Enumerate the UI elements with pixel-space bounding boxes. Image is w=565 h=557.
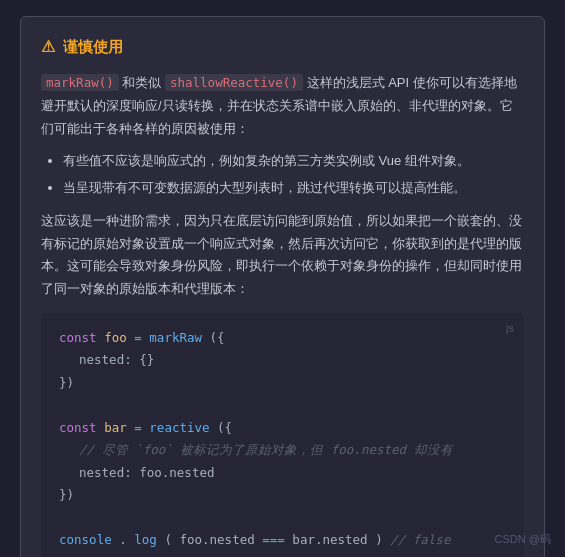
punct-dot: .: [119, 532, 127, 547]
main-container: ⚠ 谨慎使用 markRaw() 和类似 shallowReactive() 这…: [0, 0, 565, 557]
code-line-5: // 尽管 `foo` 被标记为了原始对象，但 foo.nested 却没有: [59, 439, 506, 462]
op-eq1: =: [134, 330, 142, 345]
warning-header: ⚠ 谨慎使用: [41, 33, 524, 60]
code-line-1: const foo = markRaw ({: [59, 327, 506, 350]
code-block: js const foo = markRaw ({ nested: {} }) …: [41, 313, 524, 557]
body-text: 这应该是一种进阶需求，因为只在底层访问能到原始值，所以如果把一个嵌套的、没有标记…: [41, 210, 524, 301]
nested-prop1: nested:: [79, 352, 139, 367]
code-lang: js: [506, 319, 514, 339]
punct-rparen: ): [375, 532, 383, 547]
code-line-4: const bar = reactive ({: [59, 417, 506, 440]
punct-close1: }): [59, 375, 74, 390]
func-console: console: [59, 532, 112, 547]
code-line-7: }): [59, 484, 506, 507]
func-reactive: reactive: [149, 420, 209, 435]
foo-nested-ref: foo.nested: [179, 532, 262, 547]
warning-box: ⚠ 谨慎使用 markRaw() 和类似 shallowReactive() 这…: [20, 16, 545, 557]
punct-brace2: ({: [217, 420, 232, 435]
api2-code: shallowReactive(): [165, 74, 303, 91]
nested-prop2: nested: foo.nested: [79, 465, 214, 480]
intro-text: markRaw() 和类似 shallowReactive() 这样的浅层式 A…: [41, 72, 524, 140]
func-markraw: markRaw: [149, 330, 202, 345]
var-foo: foo: [104, 330, 127, 345]
list-item: 有些值不应该是响应式的，例如复杂的第三方类实例或 Vue 组件对象。: [63, 150, 524, 173]
comment-1: // 尽管 `foo` 被标记为了原始对象，但 foo.nested 却没有: [79, 442, 453, 457]
warning-icon: ⚠: [41, 33, 55, 60]
var-bar: bar: [104, 420, 127, 435]
intro-mid1: 和类似: [122, 75, 165, 90]
punct-brace1: ({: [210, 330, 225, 345]
punct-close2: }): [59, 487, 74, 502]
code-line-3: }): [59, 372, 506, 395]
warning-title: 谨慎使用: [63, 34, 123, 60]
func-log: log: [134, 532, 157, 547]
watermark: CSDN @码: [495, 530, 551, 549]
code-line-8: console . log ( foo.nested === bar.neste…: [59, 529, 506, 552]
list-item: 当呈现带有不可变数据源的大型列表时，跳过代理转换可以提高性能。: [63, 177, 524, 200]
code-line-6: nested: foo.nested: [59, 462, 506, 485]
kw-const1: const: [59, 330, 97, 345]
op-eq2: =: [134, 420, 142, 435]
code-line-empty1: [59, 394, 506, 417]
punct-empty-obj: {}: [139, 352, 154, 367]
punct-lparen: (: [164, 532, 172, 547]
bullet-list: 有些值不应该是响应式的，例如复杂的第三方类实例或 Vue 组件对象。 当呈现带有…: [41, 150, 524, 200]
comment-false: // false: [390, 532, 450, 547]
code-line-empty2: [59, 507, 506, 530]
kw-const2: const: [59, 420, 97, 435]
code-line-2: nested: {}: [59, 349, 506, 372]
op-strict-eq: ===: [262, 532, 285, 547]
api1-code: markRaw(): [41, 74, 119, 91]
bar-nested-ref: bar.nested: [292, 532, 367, 547]
